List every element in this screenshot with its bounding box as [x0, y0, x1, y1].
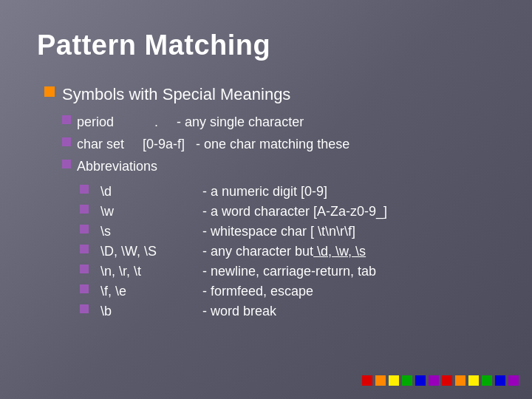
- purple-bullet-0: [80, 185, 89, 194]
- corner-square-1: [375, 375, 386, 386]
- symbol-text-5: \f, \e: [100, 282, 126, 301]
- symbol-text-0: \d: [100, 182, 112, 202]
- charset-item: char set [0-9a-f] - one char matching th…: [62, 134, 495, 154]
- abbrev-desc-4: - newline, carriage-return, tab: [202, 262, 495, 282]
- corner-square-7: [455, 375, 466, 386]
- symbols-subitems: period . - any single character char set…: [62, 112, 495, 321]
- abbrev-desc-6: - word break: [202, 301, 495, 321]
- charset-text: char set [0-9a-f] - one char matching th…: [77, 134, 349, 154]
- purple-bullet-5: [80, 284, 89, 293]
- abbrev-symbol-4: \n, \r, \t: [80, 262, 191, 282]
- purple-bullet-2: [80, 225, 89, 233]
- purple-bullet-4: [80, 265, 89, 273]
- period-item: period . - any single character: [62, 112, 495, 132]
- abbrev-desc-3: - any character but \d, \w, \s: [202, 242, 495, 262]
- abbrev-symbol-5: \f, \e: [80, 282, 191, 301]
- corner-decoration: [362, 375, 519, 386]
- abbrev-desc-1: - a word character [A-Za-z0-9_]: [202, 202, 495, 222]
- orange-bullet-icon: [44, 86, 55, 97]
- abbrev-symbol-1: \w: [80, 202, 191, 222]
- symbol-text-1: \w: [100, 202, 114, 222]
- symbol-text-6: \b: [100, 301, 112, 321]
- purple-bullet-6: [80, 304, 89, 313]
- symbol-text-2: \s: [100, 222, 111, 242]
- abbrev-desc-2: - whitespace char [ \t\n\r\f]: [202, 222, 495, 242]
- abbrev-desc-0: - a numeric digit [0-9]: [202, 182, 495, 202]
- abbreviations-table: \d- a numeric digit [0-9]\w- a word char…: [80, 182, 495, 321]
- slide: Pattern Matching Symbols with Special Me…: [0, 0, 532, 399]
- corner-square-9: [482, 375, 492, 386]
- symbol-text-3: \D, \W, \S: [100, 242, 157, 262]
- abbrev-symbol-6: \b: [80, 301, 191, 321]
- abbrev-symbol-3: \D, \W, \S: [80, 242, 191, 262]
- abbrev-symbol-0: \d: [80, 182, 191, 202]
- main-section: Symbols with Special Meanings period . -…: [44, 83, 495, 321]
- corner-square-2: [389, 375, 399, 386]
- corner-square-4: [415, 375, 426, 386]
- corner-square-5: [429, 375, 439, 386]
- purple-bullet-1: [80, 205, 89, 214]
- purple-bullet-charset: [62, 137, 71, 146]
- period-text: period . - any single character: [77, 112, 304, 132]
- corner-square-6: [442, 375, 452, 386]
- abbreviations-item: Abbreviations: [62, 157, 495, 176]
- corner-square-10: [495, 375, 505, 386]
- corner-square-8: [468, 375, 479, 386]
- purple-bullet-3: [80, 245, 89, 253]
- level1-item-symbols: Symbols with Special Meanings: [44, 83, 495, 106]
- abbrev-desc-5: - formfeed, escape: [202, 282, 495, 301]
- symbol-text-4: \n, \r, \t: [100, 262, 141, 282]
- abbreviations-heading: Abbreviations: [77, 157, 157, 176]
- corner-square-11: [508, 375, 519, 386]
- slide-title: Pattern Matching: [37, 30, 495, 61]
- purple-bullet-abbrev: [62, 160, 71, 168]
- corner-square-3: [402, 375, 412, 386]
- abbrev-symbol-2: \s: [80, 222, 191, 242]
- corner-square-0: [362, 375, 372, 386]
- symbols-heading: Symbols with Special Meanings: [62, 83, 290, 106]
- purple-bullet-period: [62, 115, 71, 124]
